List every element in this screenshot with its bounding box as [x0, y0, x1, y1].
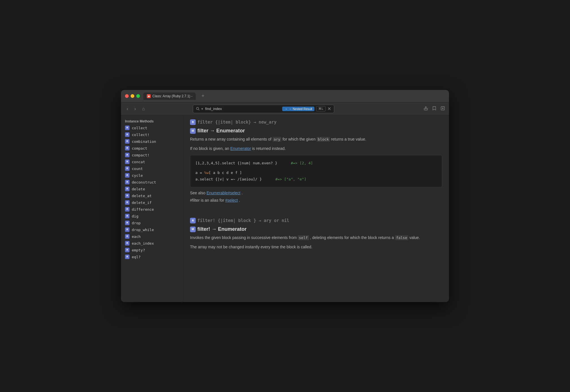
sidebar-item-label: compact!: [132, 153, 150, 157]
nested-result-label: → Nested Result: [289, 107, 312, 111]
method-badge: M: [125, 187, 129, 191]
sidebar-item-delete[interactable]: M delete: [121, 186, 183, 192]
method-badge: M: [125, 255, 129, 259]
sidebar-item-label: combination: [132, 139, 156, 144]
sidebar-item-delete-if[interactable]: M delete_if: [121, 199, 183, 206]
alias-pre: #filter is an alias for: [190, 198, 224, 203]
code-text-2: a = %w[ a b c d e f ]: [195, 171, 242, 175]
sidebar-item-deconstruct[interactable]: M deconstruct: [121, 179, 183, 186]
sidebar-item-dig[interactable]: M dig: [121, 213, 183, 219]
search-input[interactable]: [205, 107, 281, 111]
sidebar-item-compact-bang[interactable]: M compact!: [121, 152, 183, 158]
sidebar-item-collect[interactable]: M collect: [121, 124, 183, 131]
sidebar-item-difference[interactable]: M difference: [121, 206, 183, 213]
maximize-button[interactable]: [136, 94, 140, 98]
sidebar-item-each[interactable]: M each: [121, 233, 183, 240]
method-badge: M: [125, 227, 129, 232]
close-button[interactable]: [125, 94, 129, 98]
keyboard-shortcut-badge: ⌘L: [316, 106, 325, 111]
enumerator-link[interactable]: Enumerator: [230, 146, 251, 151]
method-badge: M: [125, 200, 129, 205]
section1-title-text: filter → Enumerator: [197, 128, 245, 134]
section1-title: M filter → Enumerator: [190, 126, 442, 136]
nested-result-badge[interactable]: → → Nested Result: [282, 107, 314, 111]
home-button[interactable]: ⌂: [141, 105, 147, 113]
desc1-code-ary: ary: [273, 137, 281, 142]
section2-description1: Invokes the given block passing in succe…: [190, 234, 442, 241]
method-badge: M: [125, 241, 129, 245]
content-area: M filter {|item| block} → new_ary M filt…: [183, 115, 449, 302]
sidebar-item-label: drop: [132, 221, 141, 225]
sidebar-item-count[interactable]: M count: [121, 165, 183, 172]
sidebar-item-label: difference: [132, 207, 154, 212]
code-text-1: [1,2,3,4,5].select {|num| num.even? }: [195, 161, 277, 165]
sidebar-item-label: delete_if: [132, 201, 152, 205]
section1-faded-title: filter {|item| block} → new_ary: [197, 120, 277, 125]
app-window: ◆ Class: Array (Ruby 2.7.1) - + ‹ › ⌂ ▾ …: [121, 90, 449, 302]
method-badge: M: [125, 193, 129, 198]
section1-description2: If no block is given, an Enumerator is r…: [190, 145, 442, 152]
desc1-code-block: block: [317, 137, 330, 142]
s2-code-false: false: [395, 235, 408, 240]
svg-point-0: [196, 107, 198, 110]
method-icon-filter-bang: M: [190, 218, 196, 223]
bookmark-button[interactable]: [432, 106, 437, 112]
sidebar-item-empty[interactable]: M empty?: [121, 247, 183, 253]
method-badge: M: [125, 146, 129, 150]
toolbar: ‹ › ⌂ ▾ → → Nested Result ⌘L ✕: [121, 102, 449, 115]
new-tab-button[interactable]: +: [199, 93, 207, 99]
sidebar-item-label: drop_while: [132, 228, 154, 232]
enumerable-select-link[interactable]: Enumerable#select: [206, 191, 240, 195]
sidebar-item-each-index[interactable]: M each_index: [121, 240, 183, 247]
see-also-pre: See also: [190, 191, 205, 195]
tab-title: Class: Array (Ruby 2.7.1) -: [152, 94, 192, 98]
method-badge: M: [125, 126, 129, 130]
section2-signature-faded: M filter! {|item| block } → ary or nil: [190, 214, 442, 225]
sidebar-item-drop[interactable]: M drop: [121, 219, 183, 226]
sidebar-item-eql[interactable]: M eql?: [121, 253, 183, 260]
minimize-button[interactable]: [131, 94, 134, 98]
main-layout: Instance Methods M collect M collect! M …: [121, 115, 449, 302]
sidebar: Instance Methods M collect M collect! M …: [121, 115, 183, 302]
method-icon-filter2: M: [190, 128, 196, 134]
s2-desc1-post2: value.: [409, 235, 420, 240]
method-badge: M: [125, 221, 129, 225]
sidebar-item-collect-bang[interactable]: M collect!: [121, 131, 183, 138]
desc2-post: is returned instead.: [252, 146, 286, 151]
forward-button[interactable]: ›: [133, 105, 137, 113]
sidebar-item-drop-while[interactable]: M drop_while: [121, 226, 183, 233]
active-tab[interactable]: ◆ Class: Array (Ruby 2.7.1) -: [143, 92, 196, 100]
method-icon-filter-bang2: M: [190, 227, 196, 232]
sidebar-item-label: collect: [132, 126, 147, 130]
sidebar-item-combination[interactable]: M combination: [121, 138, 183, 145]
sidebar-item-label: delete_at: [132, 194, 152, 198]
desc1-pre: Returns a new array containing all eleme…: [190, 137, 271, 141]
method-badge: M: [125, 207, 129, 212]
sidebar-item-label: compact: [132, 146, 147, 150]
search-bar[interactable]: ▾ → → Nested Result ⌘L ✕: [193, 105, 334, 113]
select-link[interactable]: #select: [225, 198, 238, 203]
method-badge: M: [125, 180, 129, 184]
sidebar-item-label: count: [132, 167, 143, 171]
method-badge: M: [125, 173, 129, 178]
sidebar-item-concat[interactable]: M concat: [121, 158, 183, 165]
sidebar-item-delete-at[interactable]: M delete_at: [121, 192, 183, 199]
search-dropdown-icon[interactable]: ▾: [201, 107, 203, 111]
sidebar-item-cycle[interactable]: M cycle: [121, 172, 183, 179]
traffic-lights: [125, 94, 140, 98]
code-comment-2: #=> ["a", "e"]: [275, 177, 306, 181]
back-button[interactable]: ‹: [125, 105, 130, 113]
s2-desc2: The array may not be changed instantly e…: [190, 245, 312, 249]
method-badge: M: [125, 166, 129, 171]
sidebar-item-label: each: [132, 234, 141, 239]
s2-code-self: self: [298, 235, 309, 240]
sidebar-item-label: collect!: [132, 133, 150, 137]
section1-description1: Returns a new array containing all eleme…: [190, 136, 442, 143]
sidebar-item-label: cycle: [132, 173, 143, 178]
clear-search-button[interactable]: ✕: [327, 106, 331, 111]
method-badge: M: [125, 248, 129, 252]
code-line-2: a = %w[ a b c d e f ]: [195, 169, 437, 176]
sidebar-item-compact[interactable]: M compact: [121, 145, 183, 152]
edit-button[interactable]: [441, 106, 445, 112]
share-button[interactable]: [424, 106, 428, 112]
